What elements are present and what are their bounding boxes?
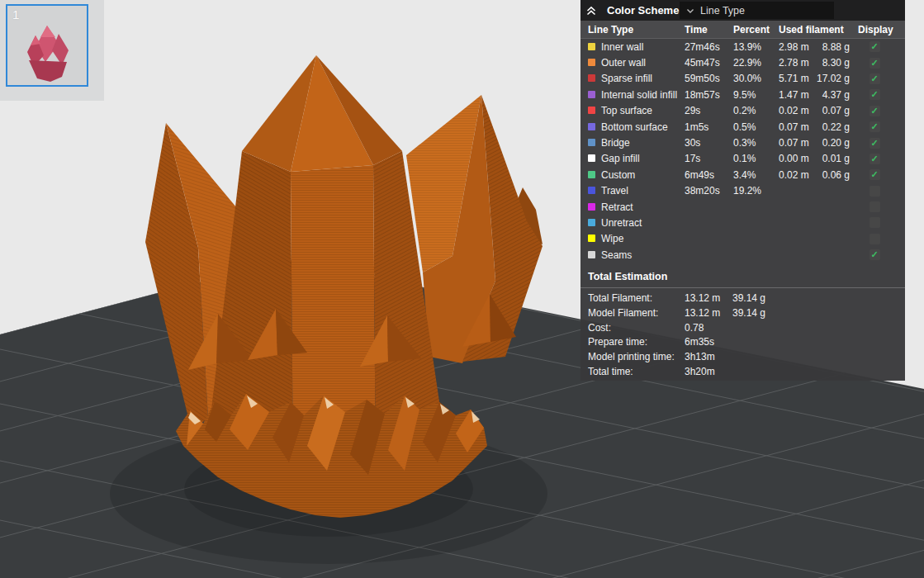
check-icon: ✓	[870, 90, 878, 99]
display-checkbox[interactable]: ✓	[870, 169, 880, 180]
line-type-row: Sparse infill 59m50s 30.0% 5.71 m 17.02 …	[580, 71, 905, 87]
line-type-percent: 13.9%	[733, 41, 779, 53]
line-type-percent: 22.9%	[733, 57, 779, 69]
display-checkbox[interactable]: ✓	[870, 41, 880, 52]
line-type-rows: Inner wall 27m46s 13.9% 2.98 m 8.88 g ✓ …	[580, 39, 905, 263]
filament-meters: 1.47 m	[779, 89, 817, 101]
line-type-color-swatch	[588, 203, 595, 211]
line-type-color-swatch	[588, 235, 595, 242]
line-type-row: Inner wall 27m46s 13.9% 2.98 m 8.88 g ✓	[580, 39, 905, 54]
display-checkbox[interactable]: ✓	[870, 234, 880, 244]
display-checkbox[interactable]: ✓	[870, 217, 880, 228]
plate-thumbnail-1[interactable]: 1	[6, 4, 88, 87]
column-header-time: Time	[685, 24, 733, 36]
check-icon: ✓	[870, 42, 878, 51]
total-estimation-title: Total Estimation	[588, 271, 905, 282]
line-type-time: 18m57s	[685, 89, 733, 101]
line-type-percent: 19.2%	[733, 185, 779, 197]
total-value1: 13.12 m	[685, 307, 732, 319]
total-label: Prepare time:	[588, 336, 685, 348]
display-checkbox[interactable]: ✓	[870, 58, 880, 69]
line-type-row: Bridge 30s 0.3% 0.07 m 0.20 g ✓	[580, 135, 905, 150]
collapse-panel-button[interactable]	[580, 5, 602, 17]
line-type-label: Outer wall	[601, 57, 685, 69]
line-type-color-swatch	[588, 91, 595, 98]
total-label: Model printing time:	[588, 351, 685, 362]
line-type-row: Internal solid infill 18m57s 9.5% 1.47 m…	[580, 87, 905, 102]
filament-meters: 0.00 m	[779, 153, 817, 164]
line-type-time: 30s	[685, 137, 733, 149]
display-checkbox[interactable]: ✓	[870, 138, 880, 149]
line-type-time: 45m47s	[685, 57, 733, 69]
line-type-percent: 0.1%	[733, 153, 779, 164]
total-value1: 3h13m	[685, 351, 732, 362]
view-mode-selected-value: Line Type	[700, 5, 745, 17]
column-header-percent: Percent	[733, 24, 779, 36]
line-type-row: Outer wall 45m47s 22.9% 2.78 m 8.30 g ✓	[580, 54, 905, 70]
line-type-color-swatch	[588, 187, 595, 194]
line-type-percent: 0.2%	[733, 105, 779, 116]
line-type-percent: 0.3%	[733, 137, 779, 149]
line-type-color-swatch	[588, 154, 595, 162]
line-type-time: 27m46s	[685, 41, 733, 53]
total-row: Total Filament: 13.12 m 39.14 g	[580, 291, 905, 306]
view-mode-dropdown[interactable]: Line Type	[680, 2, 834, 19]
line-type-label: Travel	[601, 185, 685, 197]
line-type-label: Retract	[601, 201, 685, 213]
line-type-time: 38m20s	[685, 185, 733, 197]
display-checkbox[interactable]: ✓	[870, 73, 880, 84]
line-type-label: Gap infill	[601, 153, 685, 164]
line-type-label: Unretract	[601, 217, 685, 229]
line-type-label: Bridge	[601, 137, 685, 149]
check-icon: ✓	[870, 122, 878, 131]
color-scheme-header: Color Scheme Line Type	[580, 0, 905, 21]
line-type-label: Sparse infill	[601, 73, 685, 84]
line-type-color-swatch	[588, 74, 595, 82]
sliced-model-crystal[interactable]	[145, 55, 543, 518]
line-type-row: Seams ✓	[580, 247, 905, 263]
total-label: Cost:	[588, 322, 685, 334]
filament-grams: 4.37 g	[817, 89, 850, 101]
display-checkbox[interactable]: ✓	[870, 201, 880, 212]
filament-meters: 2.78 m	[779, 57, 817, 69]
total-row: Prepare time: 6m35s	[580, 335, 905, 350]
total-value1: 13.12 m	[685, 292, 732, 304]
display-checkbox[interactable]: ✓	[870, 249, 880, 260]
filament-grams: 0.06 g	[817, 169, 850, 181]
display-checkbox[interactable]: ✓	[870, 89, 880, 100]
display-checkbox[interactable]: ✓	[870, 121, 880, 132]
display-checkbox[interactable]: ✓	[870, 154, 880, 164]
line-type-label: Seams	[601, 249, 685, 261]
check-icon: ✓	[870, 74, 878, 83]
line-type-percent: 9.5%	[733, 89, 779, 101]
line-type-color-swatch	[588, 219, 595, 226]
line-type-color-swatch	[588, 171, 595, 178]
plate-index-label: 1	[12, 7, 19, 21]
panel-title: Color Scheme	[607, 4, 679, 17]
filament-grams: 8.30 g	[817, 57, 850, 69]
slicer-preview-window: 1 Color Scheme Line Type Li	[0, 0, 924, 578]
display-checkbox[interactable]: ✓	[870, 106, 880, 116]
double-chevron-up-icon	[585, 5, 597, 17]
check-icon: ✓	[870, 59, 878, 68]
column-header-used-filament: Used filament	[779, 24, 850, 36]
line-type-label: Top surface	[601, 105, 685, 116]
line-type-label: Internal solid infill	[601, 89, 685, 101]
line-type-label: Custom	[601, 169, 685, 181]
filament-meters: 0.02 m	[779, 169, 817, 181]
column-header-display: Display	[858, 24, 891, 36]
display-checkbox[interactable]: ✓	[870, 186, 880, 197]
line-type-percent: 3.4%	[733, 169, 779, 181]
plate-thumbnail-strip: 1	[0, 0, 104, 101]
line-type-row: Wipe ✓	[580, 231, 905, 247]
line-type-percent: 30.0%	[733, 73, 779, 84]
filament-meters: 0.02 m	[779, 105, 817, 116]
total-label: Total Filament:	[588, 292, 685, 304]
line-type-color-swatch	[588, 123, 595, 130]
line-type-row: Custom 6m49s 3.4% 0.02 m 0.06 g ✓	[580, 167, 905, 182]
line-type-color-swatch	[588, 59, 595, 66]
column-header-line-type: Line Type	[588, 24, 685, 36]
line-type-table-header: Line Type Time Percent Used filament Dis…	[580, 21, 905, 39]
caret-down-icon	[685, 6, 695, 16]
total-label: Total time:	[588, 366, 685, 377]
